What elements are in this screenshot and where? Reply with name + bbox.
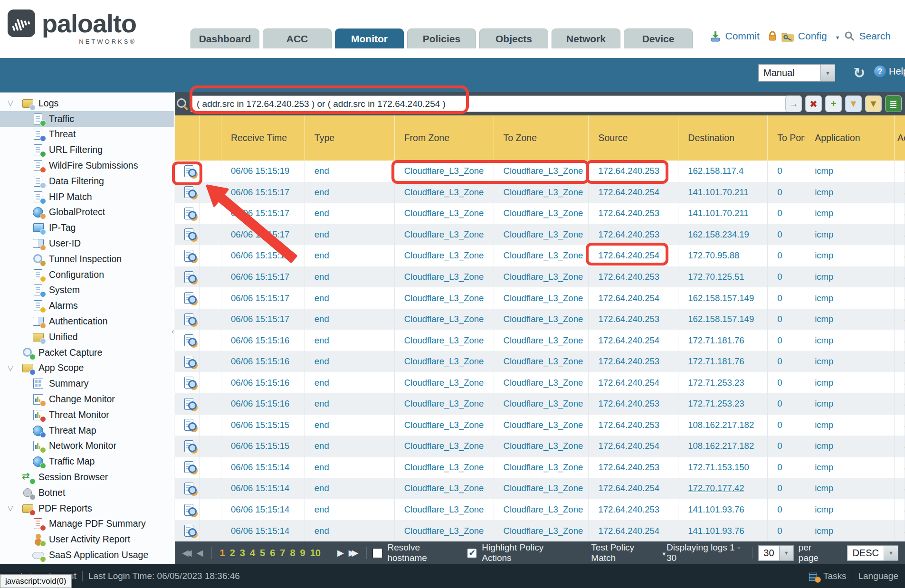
sidebar-item-tunnel-inspection[interactable]: Tunnel Inspection [0,251,174,267]
log-detail-icon[interactable] [184,440,197,453]
tab-device[interactable]: Device [624,28,693,48]
save-filter-icon[interactable]: ▼ [845,95,862,112]
load-filter-icon[interactable]: ▼ [865,95,882,112]
tasks-button[interactable]: Tasks [823,571,847,581]
log-detail-icon[interactable] [184,186,197,199]
sidebar-item-pdf-reports[interactable]: PDF Reports [0,501,174,516]
cell-destination[interactable]: 172.70.177.42 [678,478,768,499]
help-icon[interactable] [874,66,886,77]
sidebar-item-hip-match[interactable]: HIP Match [0,189,174,205]
sidebar-item-traffic[interactable]: Traffic [0,111,174,127]
sort-order-select[interactable]: DESC [847,545,898,561]
sidebar-item-change-monitor[interactable]: Change Monitor [0,391,174,407]
help-button[interactable]: Help [874,66,905,77]
sidebar-item-packet-capture[interactable]: Packet Capture [0,345,174,360]
test-policy-match-button[interactable]: Test Policy Match [591,542,667,563]
config-button[interactable]: Config [798,30,827,42]
log-detail-icon[interactable] [184,271,197,284]
add-filter-icon[interactable]: + [825,95,842,112]
tab-monitor[interactable]: Monitor [335,28,404,48]
page-number-5[interactable]: 5 [260,548,265,559]
sidebar-item-user-activity-report[interactable]: User Activity Report [0,531,174,547]
log-detail-icon[interactable] [184,418,197,431]
expand-arrow-icon[interactable] [8,99,22,107]
resolve-hostname-checkbox[interactable] [372,548,382,558]
log-detail-icon[interactable] [184,398,197,410]
log-detail-icon[interactable] [184,207,197,220]
page-number-6[interactable]: 6 [270,548,275,559]
sidebar-collapse-handle[interactable] [171,321,175,342]
log-detail-icon[interactable] [184,482,197,495]
log-detail-icon[interactable] [184,249,197,262]
apply-filter-icon[interactable]: → [785,95,802,112]
next-page-icon[interactable] [337,548,344,558]
export-csv-icon[interactable]: ≣ [885,95,902,112]
sidebar-item-threat[interactable]: Threat [0,127,174,142]
search-icon[interactable] [844,31,855,41]
page-number-10[interactable]: 10 [310,548,321,559]
clear-filter-icon[interactable]: ✖ [805,95,822,112]
column-header-blank-1[interactable] [200,115,221,161]
page-number-4[interactable]: 4 [250,548,255,559]
tab-network[interactable]: Network [552,28,620,48]
config-icon[interactable] [781,30,794,42]
page-number-2[interactable]: 2 [230,548,235,559]
sidebar-item-authentication[interactable]: Authentication [0,313,174,329]
column-header-to-zone[interactable]: To Zone [494,115,589,161]
refresh-icon[interactable] [853,65,865,81]
column-header-application[interactable]: Application [805,115,895,161]
sidebar-item-configuration[interactable]: Configuration [0,267,174,283]
log-detail-icon[interactable] [184,292,197,304]
sidebar-item-summary[interactable]: Summary [0,376,174,391]
tab-objects[interactable]: Objects [479,28,548,48]
tasks-icon[interactable] [808,571,819,581]
sidebar-item-network-monitor[interactable]: Network Monitor [0,438,174,454]
sidebar-item-data-filtering[interactable]: Data Filtering [0,173,174,189]
sidebar-item-user-id[interactable]: User-ID [0,236,174,251]
page-number-8[interactable]: 8 [290,548,295,559]
previous-page-icon[interactable] [197,548,203,558]
column-header-to-port[interactable]: To Port [768,115,805,161]
column-header-destination[interactable]: Destination [678,115,768,161]
lock-icon[interactable] [768,30,777,42]
sidebar-item-unified[interactable]: Unified [0,329,174,345]
log-detail-icon[interactable] [184,461,197,474]
last-page-icon[interactable] [349,548,359,558]
sidebar-item-alarms[interactable]: Alarms [0,298,174,313]
sidebar-item-globalprotect[interactable]: GlobalProtect [0,205,174,220]
sidebar-item-saas-application-usage[interactable]: SaaS Application Usage [0,547,174,563]
sidebar-item-session-browser[interactable]: Session Browser [0,469,174,485]
log-detail-icon[interactable] [184,165,197,178]
column-header-receive-time[interactable]: Receive Time [221,115,305,161]
language-button[interactable]: Language [858,571,898,581]
sidebar-item-botnet[interactable]: Botnet [0,485,174,501]
tab-dashboard[interactable]: Dashboard [191,28,259,48]
log-detail-icon[interactable] [184,228,197,241]
log-detail-icon[interactable] [184,503,197,516]
sidebar-item-system[interactable]: System [0,283,174,298]
column-header-from-zone[interactable]: From Zone [395,115,494,161]
commit-icon[interactable] [710,30,721,42]
refresh-mode-select[interactable]: Manual [758,64,835,82]
per-page-select[interactable]: 30 [758,545,793,561]
sidebar-item-ip-tag[interactable]: IP-Tag [0,220,174,236]
per-page-dropdown-icon[interactable] [779,546,793,560]
log-detail-icon[interactable] [184,313,197,326]
sidebar-item-threat-map[interactable]: Threat Map [0,423,174,438]
expand-arrow-icon[interactable] [8,364,22,372]
sidebar-item-logs[interactable]: Logs [0,95,174,111]
page-number-1[interactable]: 1 [220,548,225,559]
sort-order-dropdown-icon[interactable] [884,546,898,560]
sidebar-item-wildfire-submissions[interactable]: WildFire Submissions [0,158,174,173]
column-header-blank-0[interactable] [175,115,200,161]
first-page-icon[interactable] [182,548,192,558]
search-button[interactable]: Search [859,30,891,42]
expand-arrow-icon[interactable] [8,504,22,512]
column-header-source[interactable]: Source [589,115,678,161]
sidebar-item-threat-monitor[interactable]: Threat Monitor [0,407,174,423]
page-number-7[interactable]: 7 [280,548,285,559]
column-header-type[interactable]: Type [305,115,395,161]
page-number-9[interactable]: 9 [300,548,305,559]
page-number-3[interactable]: 3 [240,548,245,559]
log-detail-icon[interactable] [184,524,197,537]
